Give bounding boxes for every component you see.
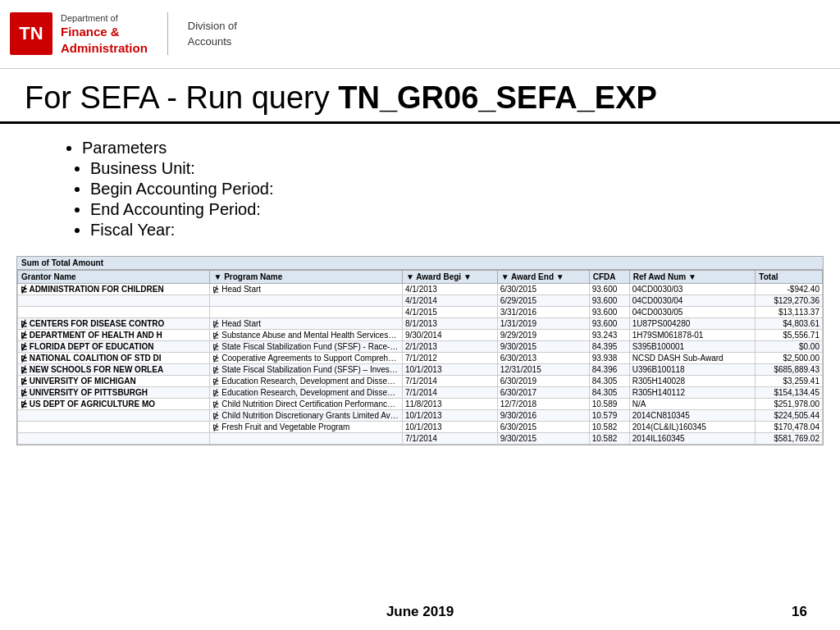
col-ref-awd: Ref Awd Num ▼ bbox=[629, 270, 756, 283]
table-cell: $5,556.71 bbox=[756, 329, 823, 340]
table-cell: $4,803.61 bbox=[756, 317, 823, 329]
table-cell: $3,259.41 bbox=[756, 375, 823, 386]
table-cell: ⋭ Education Research, Development and Di… bbox=[210, 375, 402, 386]
table-cell: $251,978.00 bbox=[756, 398, 823, 409]
table-cell: 9/30/2014 bbox=[402, 329, 497, 340]
table-cell bbox=[210, 294, 402, 306]
tn-badge: TN bbox=[10, 12, 52, 55]
params-list: Parameters bbox=[66, 139, 791, 158]
table-cell: ⋭ ADMINISTRATION FOR CHILDREN bbox=[18, 283, 210, 294]
dept-small: Department of bbox=[61, 12, 148, 24]
col-award-end: ▼ Award End ▼ bbox=[497, 270, 589, 283]
title-part2: TN_GR06_SEFA_EXP bbox=[338, 80, 657, 115]
table-cell: 93.243 bbox=[589, 329, 629, 340]
table-cell: 9/30/2015 bbox=[497, 340, 589, 352]
table-cell: $13,113.37 bbox=[756, 306, 823, 317]
table-cell: $224,505.44 bbox=[756, 409, 823, 421]
bullet-business-unit: Business Unit: bbox=[90, 159, 791, 178]
table-cell: ⋭ FLORIDA DEPT OF EDUCATION bbox=[18, 340, 210, 352]
table-cell: 12/7/2018 bbox=[497, 398, 589, 409]
table-cell: -$942.40 bbox=[756, 283, 823, 294]
table-header-row: Grantor Name ▼ Program Name ▼ Award Begi… bbox=[18, 270, 823, 283]
table-cell: 93.938 bbox=[589, 352, 629, 363]
col-cfda: CFDA bbox=[589, 270, 629, 283]
table-cell: 1/31/2019 bbox=[497, 317, 589, 329]
table-cell: ⋭ Head Start bbox=[210, 283, 402, 294]
table-cell: ⋭ Child Nutrition Direct Certification P… bbox=[210, 398, 402, 409]
sum-label: Sum of Total Amount bbox=[17, 257, 823, 270]
table-cell: 6/30/2017 bbox=[497, 386, 589, 398]
bullet-end-period: End Accounting Period: bbox=[90, 200, 791, 219]
col-total: Total bbox=[756, 270, 823, 283]
table-cell: 6/30/2019 bbox=[497, 375, 589, 386]
table-cell: 10/1/2013 bbox=[402, 363, 497, 375]
table-cell: ⋭ UNIVERSITY OF PITTSBURGH bbox=[18, 386, 210, 398]
table-cell: 9/30/2015 bbox=[497, 432, 589, 444]
table-cell: 7/1/2014 bbox=[402, 432, 497, 444]
table-cell: 93.600 bbox=[589, 317, 629, 329]
table-row: ⋭ ADMINISTRATION FOR CHILDREN⋭ Head Star… bbox=[18, 283, 823, 294]
logo-block: TN Department of Finance & Administratio… bbox=[10, 12, 237, 56]
col-grantor: Grantor Name bbox=[18, 270, 210, 283]
table-row: ⋭ DEPARTMENT OF HEALTH AND H⋭ Substance … bbox=[18, 329, 823, 340]
table-cell: 12/31/2015 bbox=[497, 363, 589, 375]
bullet-begin-period: Begin Accounting Period: bbox=[90, 180, 791, 199]
table-cell: $0.00 bbox=[756, 340, 823, 352]
division-line1: Division of bbox=[188, 18, 237, 34]
table-cell: 10.582 bbox=[589, 432, 629, 444]
table-cell: ⋭ NEW SCHOOLS FOR NEW ORLEA bbox=[18, 363, 210, 375]
params-label: Parameters bbox=[82, 139, 791, 158]
table-cell: 84.305 bbox=[589, 375, 629, 386]
table-cell bbox=[18, 409, 210, 421]
table-cell bbox=[210, 432, 402, 444]
data-table-container: Sum of Total Amount Grantor Name ▼ Progr… bbox=[16, 256, 824, 445]
table-cell: 1U87PS004280 bbox=[629, 317, 756, 329]
table-cell: 04CD0030/05 bbox=[629, 306, 756, 317]
table-cell: 6/30/2015 bbox=[497, 283, 589, 294]
table-cell: ⋭ UNIVERSITY OF MICHIGAN bbox=[18, 375, 210, 386]
table-cell: 6/30/2013 bbox=[497, 352, 589, 363]
header-divider bbox=[167, 12, 168, 55]
title-part1: For SEFA - Run query bbox=[25, 80, 338, 115]
table-cell: 93.600 bbox=[589, 283, 629, 294]
table-row: ⋭ UNIVERSITY OF PITTSBURGH⋭ Education Re… bbox=[18, 386, 823, 398]
table-cell: U396B100118 bbox=[629, 363, 756, 375]
division-line2: Accounts bbox=[188, 34, 237, 50]
table-cell: 2/1/2013 bbox=[402, 340, 497, 352]
table-cell: 4/1/2014 bbox=[402, 294, 497, 306]
table-cell: 9/30/2016 bbox=[497, 409, 589, 421]
table-cell: $685,889.43 bbox=[756, 363, 823, 375]
table-cell: 93.600 bbox=[589, 306, 629, 317]
table-cell: R305H140112 bbox=[629, 386, 756, 398]
table-row: ⋭ CENTERS FOR DISEASE CONTRO⋭ Head Start… bbox=[18, 317, 823, 329]
table-cell: 11/8/2013 bbox=[402, 398, 497, 409]
table-cell: 7/1/2014 bbox=[402, 375, 497, 386]
footer: June 2019 16 bbox=[0, 604, 840, 620]
table-cell: ⋭ CENTERS FOR DISEASE CONTRO bbox=[18, 317, 210, 329]
sub-params-list: Business Unit: Begin Accounting Period: … bbox=[66, 159, 791, 240]
table-cell: 1H79SM061878-01 bbox=[629, 329, 756, 340]
table-cell: ⋭ Fresh Fruit and Vegetable Program bbox=[210, 421, 402, 432]
table-cell: 6/29/2015 bbox=[497, 294, 589, 306]
table-cell: 7/1/2014 bbox=[402, 386, 497, 398]
table-cell bbox=[18, 432, 210, 444]
table-cell: ⋭ Education Research, Development and Di… bbox=[210, 386, 402, 398]
table-cell: 10.582 bbox=[589, 421, 629, 432]
table-cell: 9/29/2019 bbox=[497, 329, 589, 340]
table-row: ⋭ NEW SCHOOLS FOR NEW ORLEA⋭ State Fisca… bbox=[18, 363, 823, 375]
table-cell: 7/1/2012 bbox=[402, 352, 497, 363]
col-program: ▼ Program Name bbox=[210, 270, 402, 283]
table-cell: $170,478.04 bbox=[756, 421, 823, 432]
table-row: 7/1/20149/30/201510.5822014IL160345$581,… bbox=[18, 432, 823, 444]
table-cell: NCSD DASH Sub-Award bbox=[629, 352, 756, 363]
table-cell: ⋭ Child Nutrition Discretionary Grants L… bbox=[210, 409, 402, 421]
table-cell bbox=[18, 421, 210, 432]
table-cell: S395B100001 bbox=[629, 340, 756, 352]
table-row: ⋭ Fresh Fruit and Vegetable Program10/1/… bbox=[18, 421, 823, 432]
table-cell: ⋭ DEPARTMENT OF HEALTH AND H bbox=[18, 329, 210, 340]
table-cell: ⋭ State Fiscal Stabilization Fund (SFSF)… bbox=[210, 340, 402, 352]
table-cell: 84.396 bbox=[589, 363, 629, 375]
table-cell: ⋭ Head Start bbox=[210, 317, 402, 329]
col-award-begin: ▼ Award Begi ▼ bbox=[402, 270, 497, 283]
table-cell: 3/31/2016 bbox=[497, 306, 589, 317]
